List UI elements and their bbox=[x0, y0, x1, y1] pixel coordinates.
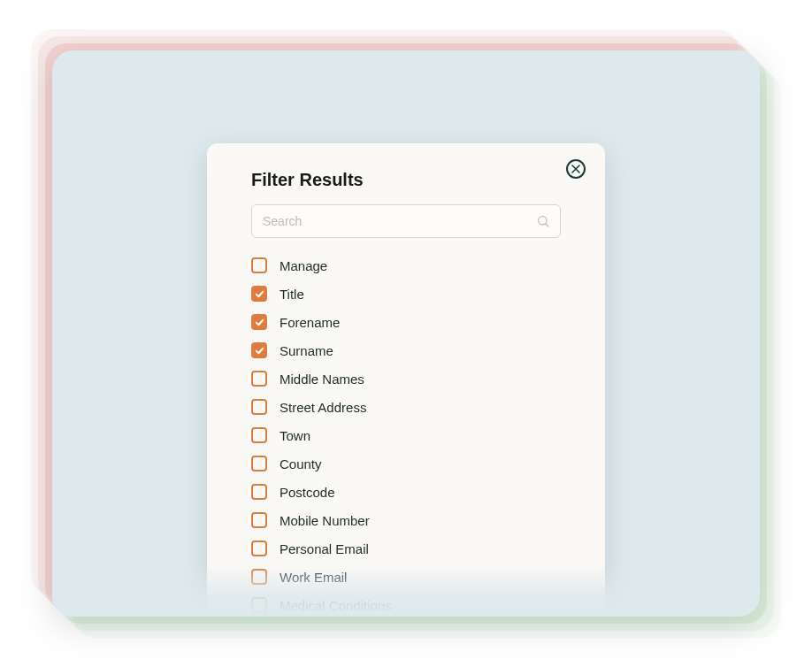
filter-label: Surname bbox=[280, 343, 333, 358]
filter-label: Medical Conditions bbox=[280, 598, 392, 613]
filter-item[interactable]: Postcode bbox=[251, 484, 561, 500]
checkbox[interactable] bbox=[251, 484, 267, 500]
close-button[interactable] bbox=[566, 159, 586, 179]
filter-modal: Filter Results ManageTitleForenameSurnam… bbox=[207, 143, 605, 617]
filter-label: Manage bbox=[280, 258, 327, 273]
filter-label: Town bbox=[280, 428, 310, 443]
filter-label: Postcode bbox=[280, 485, 335, 500]
filter-item[interactable]: Middle Names bbox=[251, 371, 561, 387]
checkbox[interactable] bbox=[251, 569, 267, 585]
filter-item[interactable]: Personal Email bbox=[251, 540, 561, 556]
modal-title: Filter Results bbox=[251, 170, 561, 190]
modal-content: Filter Results ManageTitleForenameSurnam… bbox=[207, 170, 605, 617]
filter-item[interactable]: Title bbox=[251, 286, 561, 302]
checkbox[interactable] bbox=[251, 399, 267, 415]
checkbox[interactable] bbox=[251, 427, 267, 443]
checkbox[interactable] bbox=[251, 314, 267, 330]
filter-label: Personal Email bbox=[280, 541, 369, 556]
filter-label: Street Address bbox=[280, 400, 366, 415]
check-icon bbox=[255, 318, 264, 327]
filter-label: Work Email bbox=[280, 570, 347, 585]
checkbox[interactable] bbox=[251, 540, 267, 556]
filter-label: Middle Names bbox=[280, 372, 364, 387]
filter-item[interactable]: Street Address bbox=[251, 399, 561, 415]
filter-item[interactable]: Medical Conditions bbox=[251, 597, 561, 613]
close-icon bbox=[571, 165, 580, 173]
checkbox[interactable] bbox=[251, 512, 267, 528]
filter-item[interactable]: Town bbox=[251, 427, 561, 443]
filter-item[interactable]: Surname bbox=[251, 342, 561, 358]
filter-label: County bbox=[280, 456, 322, 472]
filter-list: ManageTitleForenameSurnameMiddle NamesSt… bbox=[251, 257, 561, 617]
check-icon bbox=[255, 346, 264, 356]
search-wrapper bbox=[251, 204, 561, 238]
app-background: Filter Results ManageTitleForenameSurnam… bbox=[52, 50, 760, 617]
filter-label: Title bbox=[280, 287, 304, 302]
checkbox[interactable] bbox=[251, 456, 267, 472]
filter-label: Forename bbox=[280, 315, 340, 330]
check-icon bbox=[255, 289, 264, 299]
checkbox[interactable] bbox=[251, 371, 267, 387]
checkbox[interactable] bbox=[251, 286, 267, 302]
search-input[interactable] bbox=[251, 204, 561, 238]
filter-item[interactable]: Mobile Number bbox=[251, 512, 561, 528]
checkbox[interactable] bbox=[251, 342, 267, 358]
filter-label: Mobile Number bbox=[280, 513, 370, 528]
filter-item[interactable]: Manage bbox=[251, 257, 561, 273]
filter-item[interactable]: Work Email bbox=[251, 569, 561, 585]
checkbox[interactable] bbox=[251, 257, 267, 273]
filter-item[interactable]: County bbox=[251, 456, 561, 472]
filter-item[interactable]: Forename bbox=[251, 314, 561, 330]
checkbox[interactable] bbox=[251, 597, 267, 613]
